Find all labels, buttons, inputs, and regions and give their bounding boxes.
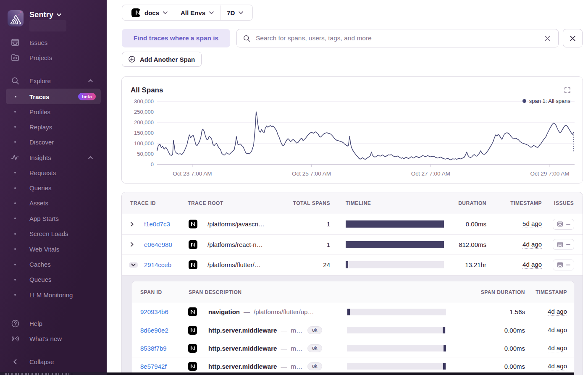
- trace-timestamp[interactable]: 5d ago: [522, 220, 542, 228]
- bullet-icon: [14, 264, 16, 265]
- period-filter[interactable]: 7D: [220, 5, 249, 20]
- total-spans: 1: [288, 235, 330, 255]
- span-timestamp[interactable]: 4d ago: [548, 344, 567, 352]
- environment-filter[interactable]: All Envs: [174, 5, 220, 20]
- nextjs-icon: [189, 240, 197, 249]
- add-another-span-button[interactable]: Add Another Span: [122, 52, 202, 67]
- sidebar-item-discover[interactable]: Discover: [0, 134, 107, 149]
- svg-text:Oct 25 7:00 AM: Oct 25 7:00 AM: [292, 170, 331, 177]
- bullet-icon: [14, 126, 16, 128]
- sidebar-item-app-starts[interactable]: App Starts: [0, 211, 107, 226]
- sidebar-item-label: Insights: [29, 154, 51, 161]
- span-id-link[interactable]: 8538f7b9: [140, 345, 167, 352]
- sentry-logo[interactable]: [8, 10, 24, 26]
- legend-label: span 1: All spans: [529, 98, 570, 104]
- issues-button[interactable]: [553, 219, 574, 230]
- total-spans: 1: [288, 214, 330, 234]
- sidebar-item-label: Assets: [29, 199, 48, 207]
- expanded-trace-panel: SPAN IDSPAN DESCRIPTIONSPAN DURATIONTIME…: [122, 275, 583, 375]
- issues-button[interactable]: [553, 239, 574, 250]
- span-timestamp[interactable]: 4d ago: [548, 362, 567, 370]
- svg-text:200,000: 200,000: [134, 119, 154, 126]
- sidebar-item-queries[interactable]: Queries: [0, 180, 107, 195]
- clear-search-icon[interactable]: [543, 34, 552, 43]
- sidebar-item-label: LLM Monitoring: [29, 291, 73, 299]
- sidebar-item-what-s-new[interactable]: What's new: [0, 331, 107, 346]
- trace-duration: 812.00ms: [436, 235, 486, 255]
- issues-button[interactable]: [553, 260, 574, 270]
- sidebar-item-help[interactable]: Help: [0, 316, 107, 331]
- trace-id-link[interactable]: f1e0d7c3: [144, 220, 170, 228]
- issues-icon: [10, 38, 20, 47]
- subcolumn-header-span-description: SPAN DESCRIPTION: [189, 281, 242, 303]
- search-input[interactable]: [256, 34, 543, 42]
- sidebar-item-assets[interactable]: Assets: [0, 196, 107, 211]
- project-filter[interactable]: docs: [125, 5, 174, 20]
- span-timeline-track: [347, 309, 446, 315]
- insights-icon: [10, 153, 20, 162]
- collapse-label: Collapse: [29, 358, 54, 365]
- trace-id-link[interactable]: e064e980: [144, 241, 172, 248]
- dash-separator: —: [281, 327, 287, 334]
- issues-icon: [557, 241, 563, 248]
- collapse-row-chevron-icon[interactable]: [129, 262, 138, 267]
- expand-row-chevron-icon[interactable]: [131, 242, 134, 247]
- main-content: docs All Envs 7D Find traces where a spa…: [107, 0, 588, 375]
- all-spans-line-chart[interactable]: 050,000100,000150,000200,000250,000300,0…: [122, 77, 583, 183]
- all-spans-chart-card: All Spans span 1: All spans 050,000100,0…: [121, 76, 583, 184]
- sidebar-item-projects[interactable]: Projects: [0, 50, 107, 65]
- sidebar-item-screen-loads[interactable]: Screen Loads: [0, 226, 107, 241]
- org-switcher[interactable]: Sentry: [8, 10, 66, 31]
- sidebar-item-insights[interactable]: Insights: [0, 150, 107, 165]
- remove-span-filter-button[interactable]: [563, 29, 583, 47]
- nextjs-icon: [189, 260, 197, 269]
- trace-id-link[interactable]: 2914cceb: [144, 261, 171, 268]
- subcolumn-header-span-id: SPAN ID: [140, 281, 162, 303]
- span-id-link[interactable]: 920934b6: [140, 308, 168, 315]
- status-badge: ok: [307, 362, 322, 370]
- span-timeline-bar: [444, 345, 446, 351]
- column-header-timeline: TIMELINE: [346, 192, 371, 214]
- search-bar[interactable]: [236, 29, 559, 47]
- sidebar-item-label: Requests: [29, 169, 56, 176]
- span-id-link[interactable]: 8d6e90e2: [140, 327, 168, 334]
- span-timeline-track: [347, 345, 446, 351]
- span-timestamp[interactable]: 4d ago: [548, 308, 567, 316]
- expand-row-chevron-icon[interactable]: [131, 222, 134, 226]
- bullet-icon: [14, 172, 16, 173]
- sidebar-item-explore[interactable]: Explore: [0, 73, 107, 88]
- fullscreen-icon[interactable]: [564, 87, 570, 93]
- sidebar-item-issues[interactable]: Issues: [0, 35, 107, 50]
- trace-timestamp[interactable]: 4d ago: [522, 261, 542, 269]
- trace-timestamp[interactable]: 4d ago: [522, 241, 542, 249]
- dash-separator: —: [281, 345, 287, 352]
- nextjs-icon: [188, 326, 197, 335]
- broadcast-icon: [10, 334, 20, 343]
- sidebar-item-queues[interactable]: Queues: [0, 272, 107, 287]
- cutoff-text: [5, 373, 72, 375]
- org-subtitle-placeholder: [29, 20, 66, 31]
- sidebar-item-requests[interactable]: Requests: [0, 165, 107, 180]
- span-id-link[interactable]: 8e57942f: [140, 363, 167, 370]
- nextjs-icon: [188, 362, 197, 371]
- sidebar-collapse-button[interactable]: Collapse: [0, 354, 107, 369]
- sidebar-item-label: Profiles: [29, 108, 50, 115]
- svg-text:Oct 27 7:00 AM: Oct 27 7:00 AM: [411, 170, 450, 177]
- close-icon: [570, 35, 576, 42]
- span-row-8d6e90e2: 8d6e90e2http.server.middleware—m…ok0.00m…: [132, 321, 574, 339]
- sidebar-item-profiles[interactable]: Profiles: [0, 104, 107, 119]
- span-timestamp[interactable]: 4d ago: [548, 326, 567, 334]
- trace-row-2914cceb: 2914cceb/platforms/flutter/…2413.21hr4d …: [122, 255, 583, 275]
- sidebar-item-label: Caches: [29, 261, 51, 268]
- spans-subtable-body: 920934b6navigation—/platforms/flutter/up…: [132, 303, 574, 375]
- dash-icon: [566, 224, 570, 225]
- sidebar-item-web-vitals[interactable]: Web Vitals: [0, 241, 107, 257]
- sidebar-item-replays[interactable]: Replays: [0, 119, 107, 134]
- span-operation: http.server.middleware: [208, 363, 277, 370]
- sidebar-item-traces[interactable]: Tracesbeta: [0, 89, 107, 104]
- sidebar-item-caches[interactable]: Caches: [0, 257, 107, 272]
- spans-subtable-card: SPAN IDSPAN DESCRIPTIONSPAN DURATIONTIME…: [132, 281, 574, 375]
- sidebar-item-llm-monitoring[interactable]: LLM Monitoring: [0, 287, 107, 302]
- app-root: { "colors": { "accent_purple": "#6c5fc7"…: [0, 0, 588, 375]
- chevron-down-icon: [159, 11, 168, 14]
